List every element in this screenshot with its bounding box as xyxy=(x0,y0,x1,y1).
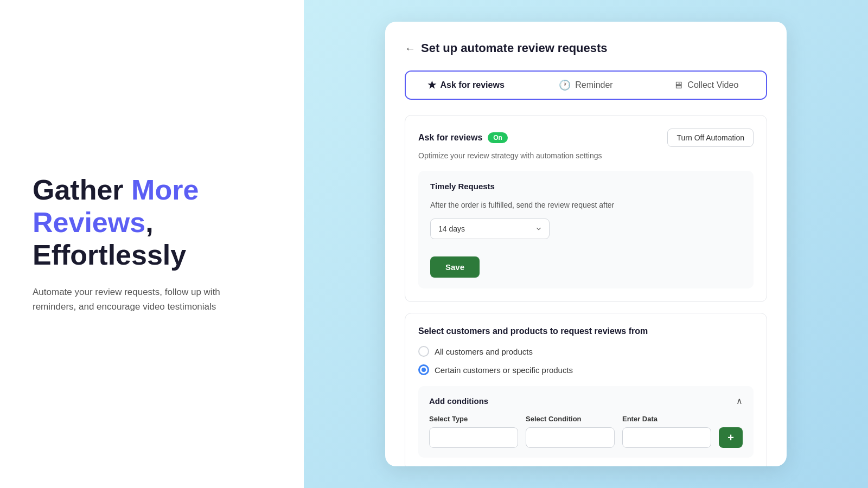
col-type-input[interactable] xyxy=(429,427,518,448)
customers-section: Select customers and products to request… xyxy=(405,313,767,466)
tab-reminder[interactable]: 🕐 Reminder xyxy=(526,72,646,99)
chevron-up-icon[interactable]: ∧ xyxy=(736,396,743,406)
left-heading: Gather More Reviews,Effortlessly xyxy=(33,174,271,271)
col-data: Enter Data xyxy=(622,415,711,448)
tab-reminder-label: Reminder xyxy=(575,80,612,90)
left-content: Gather More Reviews,Effortlessly Automat… xyxy=(33,174,271,314)
col-condition-label: Select Condition xyxy=(526,415,615,423)
turn-off-button[interactable]: Turn Off Automation xyxy=(667,129,754,147)
col-data-input[interactable] xyxy=(622,427,711,448)
radio-all-label: All customers and products xyxy=(435,347,533,356)
left-panel: Gather More Reviews,Effortlessly Automat… xyxy=(0,0,304,488)
save-button[interactable]: Save xyxy=(430,256,480,278)
ask-reviews-title: Ask for reviews xyxy=(418,133,482,143)
tab-collect-video-label: Collect Video xyxy=(687,80,738,90)
right-panel: ← Set up automate review requests ★ Ask … xyxy=(304,0,868,488)
timely-desc: After the order is fulfilled, send the r… xyxy=(430,200,742,211)
conditions-cols: Select Type Select Condition Enter Data … xyxy=(429,415,743,448)
ask-reviews-header: Ask for reviews On Turn Off Automation xyxy=(418,129,754,147)
tab-ask-reviews-label: Ask for reviews xyxy=(441,80,505,90)
screen-icon: 🖥 xyxy=(673,80,683,91)
conditions-box: Add conditions ∧ Select Type Select Cond… xyxy=(418,386,754,458)
radio-all-circle xyxy=(418,346,429,357)
card-header: ← Set up automate review requests xyxy=(405,41,767,55)
on-badge: On xyxy=(488,132,508,143)
heading-plain: Gather xyxy=(33,174,131,206)
customers-title: Select customers and products to request… xyxy=(418,326,754,336)
card: ← Set up automate review requests ★ Ask … xyxy=(385,22,787,466)
radio-certain-circle xyxy=(418,364,429,375)
conditions-header: Add conditions ∧ xyxy=(429,396,743,406)
col-condition: Select Condition xyxy=(526,415,615,448)
radio-certain-label: Certain customers or specific products xyxy=(435,365,573,375)
star-icon: ★ xyxy=(427,79,436,91)
left-subtext: Automate your review requests, follow up… xyxy=(33,285,250,314)
col-type-label: Select Type xyxy=(429,415,518,423)
radio-certain[interactable]: Certain customers or specific products xyxy=(418,364,754,375)
back-arrow[interactable]: ← xyxy=(405,42,416,55)
timely-title: Timely Requests xyxy=(430,182,742,191)
clock-icon: 🕐 xyxy=(559,79,571,91)
add-condition-button[interactable]: + xyxy=(719,427,743,448)
tab-collect-video[interactable]: 🖥 Collect Video xyxy=(646,72,766,99)
radio-all[interactable]: All customers and products xyxy=(418,346,754,357)
ask-reviews-desc: Optimize your review strategy with autom… xyxy=(418,151,754,160)
col-type: Select Type xyxy=(429,415,518,448)
ask-reviews-section: Ask for reviews On Turn Off Automation O… xyxy=(405,115,767,302)
col-condition-input[interactable] xyxy=(526,427,615,448)
tabs-container: ★ Ask for reviews 🕐 Reminder 🖥 Collect V… xyxy=(405,70,767,100)
card-title: Set up automate review requests xyxy=(421,41,608,55)
col-data-label: Enter Data xyxy=(622,415,711,423)
timely-requests-box: Timely Requests After the order is fulfi… xyxy=(418,171,754,288)
conditions-title: Add conditions xyxy=(429,396,488,406)
days-select-wrap: 1 day 3 days 7 days 14 days 30 days xyxy=(430,219,550,248)
tab-ask-reviews[interactable]: ★ Ask for reviews xyxy=(406,72,526,99)
radio-group: All customers and products Certain custo… xyxy=(418,346,754,375)
section-title-row: Ask for reviews On xyxy=(418,132,508,143)
days-select[interactable]: 1 day 3 days 7 days 14 days 30 days xyxy=(430,219,550,239)
